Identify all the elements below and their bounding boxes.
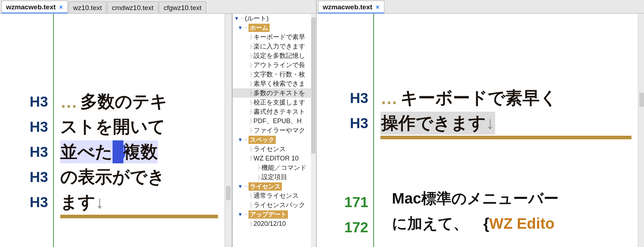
newline-arrow-icon: ↓ — [486, 113, 494, 132]
heading-line[interactable]: ます ↓ — [54, 190, 224, 215]
outline-item-label: 機能／コマンド — [261, 163, 307, 172]
tab-wzmacweb[interactable]: wzmacweb.text × — [1, 1, 68, 13]
outline-item[interactable]: ├機能／コマンド — [233, 163, 316, 172]
close-icon[interactable]: × — [59, 3, 63, 11]
left-editor-scrollbar[interactable] — [224, 14, 232, 247]
outline-item-label: 校正を支援します — [254, 98, 305, 107]
outline-item-label: ライセンスパック — [254, 201, 305, 209]
gutter-h3: H3 — [0, 139, 53, 164]
left-editor[interactable]: … 多数のテキ ストを開いて 並べたり複数 の表示ができ ます ↓ — [54, 14, 224, 247]
right-editor-scrollbar[interactable] — [638, 14, 644, 247]
heading-line[interactable]: 操作できます↓ — [374, 111, 638, 136]
close-icon[interactable]: × — [376, 3, 380, 11]
scrollbar-thumb[interactable] — [639, 93, 644, 107]
heading-text: 並べた — [60, 142, 113, 161]
outline-item[interactable]: ├文字数・行数・枚 — [233, 70, 316, 79]
tab-cmdwz10[interactable]: cmdwz10.text — [107, 1, 158, 13]
outline-scrollbar[interactable] — [311, 14, 316, 247]
outline-item[interactable]: ├キーボードで素早 — [233, 32, 316, 42]
outline-item[interactable]: ├多数のテキストを — [233, 88, 316, 98]
tab-label: wzmacweb.text — [323, 3, 372, 11]
heading-underline — [380, 136, 631, 139]
heading-line[interactable]: ストを開いて — [54, 114, 224, 139]
newline-arrow-icon: ↓ — [95, 192, 104, 212]
outline-item[interactable]: ├楽に入力できます — [233, 42, 316, 51]
outline-item-label: キーボードで素早 — [254, 33, 305, 41]
outline-item[interactable]: ├アウトラインで長 — [233, 60, 316, 70]
body-line[interactable]: Mac標準のメニューバー — [374, 186, 638, 211]
outline-item-label: 書式付きテキスト — [254, 107, 305, 116]
tab-label: cfgwz10.text — [164, 4, 202, 11]
outline-item[interactable]: ├2020/12/10 — [233, 219, 316, 228]
outline-item[interactable]: ├ライセンスパック — [233, 200, 316, 210]
disclosure-triangle-icon[interactable]: ▼ — [238, 183, 243, 189]
disclosure-triangle-icon[interactable]: ▼ — [238, 211, 243, 217]
heading-line[interactable]: … 多数のテキ — [54, 89, 224, 114]
outline-item[interactable]: ▼─アップデート — [233, 210, 316, 219]
heading-text: 複数 — [123, 142, 158, 161]
heading-text: キーボードで素早く — [401, 87, 557, 109]
tab-cfgwz10[interactable]: cfgwz10.text — [159, 1, 206, 13]
gutter-h3: H3 — [0, 190, 53, 215]
outline-item[interactable]: ├校正を支援します — [233, 98, 316, 107]
outline-item-label: 設定を多数記憶し — [254, 51, 305, 60]
heading-text: 多数のテキ — [80, 90, 167, 113]
right-editor[interactable]: … キーボードで素早く 操作できます↓ Mac標準のメニューバー に加えて、 {… — [374, 14, 638, 247]
outline-section-badge: アップデート — [248, 210, 288, 219]
body-text: に加えて、 { — [392, 214, 489, 234]
tab-wz10[interactable]: wz10.text — [68, 1, 106, 13]
outline-item[interactable]: ▼─ライセンス — [233, 182, 316, 191]
gutter-h3: H3 — [0, 89, 53, 114]
selection-range: 操作できます↓ — [380, 112, 495, 135]
gutter-h3: H3 — [317, 111, 373, 136]
gutter-h3: H3 — [0, 164, 53, 190]
right-tabbar: wzmacweb.text × — [317, 0, 644, 14]
outline-item[interactable]: ├設定項目 — [233, 172, 316, 182]
scrollbar-thumb[interactable] — [311, 17, 316, 154]
outline-item-label: ライセンス — [254, 145, 286, 153]
ellipsis-icon: … — [60, 92, 78, 112]
heading-text: 操作できます — [381, 113, 486, 132]
outline-item-label: 通常ライセンス — [254, 191, 299, 200]
left-gutter: H3 H3 H3 H3 H3 — [0, 14, 54, 247]
right-pane: wzmacweb.text × H3 H3 171 172 … キーボードで素早… — [317, 0, 644, 247]
outline-root-label: (ルート) — [245, 14, 269, 23]
outline-item-label: 2020/12/10 — [254, 220, 286, 228]
scrollbar-thumb[interactable] — [226, 186, 231, 200]
outline-item[interactable]: ├通常ライセンス — [233, 191, 316, 200]
right-body: H3 H3 171 172 … キーボードで素早く 操作できます↓ — [317, 14, 644, 247]
disclosure-triangle-icon[interactable]: ▼ — [238, 25, 243, 31]
outline-item[interactable]: ├書式付きテキスト — [233, 107, 316, 116]
left-tabbar: wzmacweb.text × wz10.text cmdwz10.text c… — [0, 0, 316, 14]
disclosure-triangle-icon[interactable]: ▼ — [234, 15, 240, 21]
outline-item[interactable]: ├ファイラーやマク — [233, 126, 316, 135]
tab-wzmacweb[interactable]: wzmacweb.text × — [318, 1, 384, 13]
left-pane: wzmacweb.text × wz10.text cmdwz10.text c… — [0, 0, 317, 247]
outline-item-label: PDF、EPUB、H — [254, 117, 302, 125]
text-caret: り — [113, 140, 123, 163]
outline-item[interactable]: ▼─ホーム — [233, 23, 316, 32]
outline-item[interactable]: ▼─スペック — [233, 135, 316, 144]
heading-line[interactable]: の表示ができ — [54, 164, 224, 190]
outline-item[interactable]: ├ライセンス — [233, 144, 316, 154]
heading-line[interactable]: 並べたり複数 — [54, 139, 224, 164]
heading-text: の表示ができ — [60, 166, 165, 188]
disclosure-triangle-icon[interactable]: ▼ — [238, 137, 243, 143]
right-gutter: H3 H3 171 172 — [317, 14, 374, 247]
body-line[interactable]: に加えて、 {WZ Edito — [374, 211, 638, 236]
outline-item[interactable]: ▼─(ルート) — [233, 14, 316, 23]
inline-link[interactable]: WZ Edito — [489, 215, 554, 232]
outline-section-badge: ホーム — [248, 24, 270, 32]
outline-section-badge: スペック — [248, 136, 276, 144]
outline-item[interactable]: ├PDF、EPUB、H — [233, 116, 316, 126]
app-root: wzmacweb.text × wz10.text cmdwz10.text c… — [0, 0, 644, 247]
outline-item[interactable]: ├素早く検索できま — [233, 79, 316, 88]
outline-panel: ▼─(ルート)▼─ホーム├キーボードで素早├楽に入力できます├設定を多数記憶し├… — [232, 14, 316, 247]
heading-line[interactable]: … キーボードで素早く — [374, 85, 638, 111]
outline-item[interactable]: ├WZ EDITOR 10 — [233, 154, 316, 163]
outline-section-badge: ライセンス — [248, 182, 282, 191]
outline-item[interactable]: ├設定を多数記憶し — [233, 51, 316, 60]
tab-label: cmdwz10.text — [112, 4, 153, 11]
left-body: H3 H3 H3 H3 H3 … 多数のテキ ストを開いて 並べたり複数 — [0, 14, 316, 247]
outline-item-label: アウトラインで長 — [254, 61, 305, 69]
